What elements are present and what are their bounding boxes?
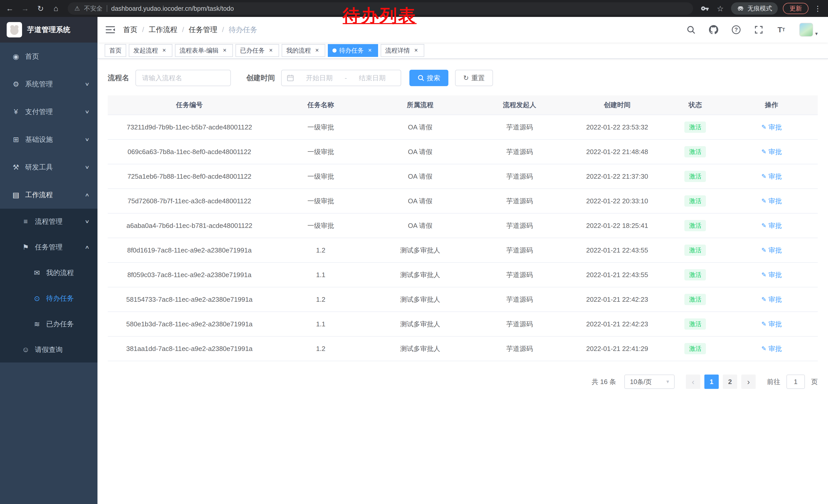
sidebar-item-workflow[interactable]: ▤工作流程∧ [0,181,97,209]
user-avatar[interactable]: ▾ [799,23,818,37]
tab-my-process[interactable]: 我的流程× [282,44,325,57]
page-button-1[interactable]: 1 [704,374,719,389]
breadcrumb-item[interactable]: 首页 [123,25,137,35]
cell-created-time: 2022-01-21 22:42:23 [569,287,665,312]
cell-task-name: 一级审批 [271,139,371,164]
approve-link[interactable]: ✎审批 [761,344,782,353]
process-name-input[interactable] [135,70,231,86]
tab-start-process[interactable]: 发起流程× [129,44,172,57]
range-separator: - [345,74,347,82]
sidebar-item-system-management[interactable]: ⚙系统管理∨ [0,70,97,98]
sidebar-toggle-button[interactable] [97,17,123,43]
breadcrumb-separator: / [222,26,224,34]
approve-link[interactable]: ✎审批 [761,320,782,329]
edit-icon: ✎ [761,320,767,328]
tab-process-detail[interactable]: 流程详情× [381,44,424,57]
password-key-icon[interactable] [697,2,713,15]
table-row: 069c6a63-7b8a-11ec-8ef0-acde48001122一级审批… [108,139,818,164]
page-size-select[interactable]: 10条/页 ▼ [624,374,675,389]
browser-forward-button[interactable]: → [17,2,33,15]
approve-label: 审批 [769,320,782,329]
status-badge: 激活 [685,195,706,207]
approve-link[interactable]: ✎审批 [761,197,782,205]
fullscreen-icon[interactable] [754,25,763,35]
prev-page-button[interactable]: ‹ [686,374,700,389]
main-area: 首页/工作流程/任务管理/待办任务 ? TT ▾ 首页发起 [97,17,828,504]
eye-off-icon: ≋ [32,320,42,328]
sidebar-item-infrastructure[interactable]: ⊞基础设施∨ [0,126,97,153]
sidebar-item-label: 流程管理 [35,217,63,226]
approve-link[interactable]: ✎审批 [761,246,782,255]
tab-home[interactable]: 首页 [105,44,126,57]
browser-reload-button[interactable]: ↻ [33,2,48,15]
tab-close-icon[interactable]: × [221,47,228,54]
page-numbers: 12 [704,374,737,389]
cell-task-id: 75d72608-7b7f-11ec-a3c8-acde48001122 [108,189,271,213]
approve-link[interactable]: ✎审批 [761,172,782,181]
bookmark-star-icon[interactable]: ☆ [713,2,728,15]
sidebar-item-todo-tasks[interactable]: ⊙待办任务 [0,286,97,311]
cell-process-name: 测试多审批人 [370,312,470,336]
tab-label: 首页 [109,46,122,55]
cell-task-id: 725a1eb6-7b88-11ec-8ef0-acde48001122 [108,164,271,189]
search-icon[interactable] [687,25,696,35]
table-row: 75d72608-7b7f-11ec-a3c8-acde48001122一级审批… [108,189,818,213]
reset-button[interactable]: ↻ 重置 [455,70,493,86]
page-button-2[interactable]: 2 [723,374,737,389]
cell-status: 激活 [665,263,726,287]
font-size-icon[interactable]: TT [777,25,786,35]
approve-link[interactable]: ✎审批 [761,295,782,304]
approve-label: 审批 [769,270,782,279]
column-header: 任务名称 [271,95,371,115]
tab-done-tasks[interactable]: 已办任务× [236,44,279,57]
approve-link[interactable]: ✎审批 [761,221,782,230]
cell-task-name: 一级审批 [271,115,371,139]
person-icon: ☺ [20,346,31,354]
sidebar-item-process-management[interactable]: ≡流程管理∨ [0,209,97,234]
security-label: 不安全 [84,4,102,12]
dashboard-icon: ◉ [11,52,21,61]
chevron-up-icon: ∧ [85,244,90,250]
tab-todo-tasks[interactable]: 待办任务× [328,44,378,57]
approve-link[interactable]: ✎审批 [761,123,782,132]
browser-menu-icon[interactable]: ⋮ [813,4,823,13]
breadcrumb-item[interactable]: 工作流程 [149,25,177,35]
tab-close-icon[interactable]: × [412,47,420,54]
breadcrumb-separator: / [182,26,184,34]
next-page-button[interactable]: › [741,374,756,389]
incognito-profile-chip[interactable]: 无痕模式 [731,2,778,15]
sidebar-item-task-management[interactable]: ⚑任务管理∧ [0,234,97,260]
sidebar-item-payment-management[interactable]: ¥支付管理∨ [0,98,97,126]
browser-update-button[interactable]: 更新 [783,3,809,14]
tab-close-icon[interactable]: × [366,47,373,54]
sidebar: 芋道管理系统 ◉首页⚙系统管理∨¥支付管理∨⊞基础设施∨⚒研发工具∨▤工作流程∧… [0,17,97,504]
status-badge: 激活 [685,122,706,133]
breadcrumb-item[interactable]: 任务管理 [189,25,217,35]
tab-close-icon[interactable]: × [161,47,168,54]
sidebar-item-done-tasks[interactable]: ≋已办任务 [0,311,97,337]
column-header: 操作 [726,95,818,115]
sidebar-item-home[interactable]: ◉首页 [0,43,97,70]
status-badge: 激活 [685,146,706,157]
status-badge: 激活 [685,343,706,354]
approve-link[interactable]: ✎审批 [761,147,782,156]
tab-close-icon[interactable]: × [267,47,275,54]
approve-link[interactable]: ✎审批 [761,270,782,279]
create-time-range-picker[interactable]: 开始日期 - 结束日期 [281,70,401,86]
app-logo[interactable]: 芋道管理系统 [0,17,97,43]
tab-close-icon[interactable]: × [314,47,321,54]
github-icon[interactable] [709,25,718,35]
tab-process-form-edit[interactable]: 流程表单-编辑× [175,44,233,57]
sidebar-item-label: 研发工具 [25,163,53,172]
cell-status: 激活 [665,139,726,164]
sidebar-item-my-process[interactable]: ✉我的流程 [0,260,97,286]
goto-page-input[interactable] [786,374,805,389]
help-icon[interactable]: ? [732,25,741,35]
browser-home-button[interactable]: ⌂ [48,2,64,15]
address-bar[interactable]: ⚠ 不安全 dashboard.yudao.iocoder.cn/bpm/tas… [68,2,693,15]
sidebar-item-leave-query[interactable]: ☺请假查询 [0,337,97,363]
search-button[interactable]: 搜索 [409,70,448,86]
sidebar-item-dev-tools[interactable]: ⚒研发工具∨ [0,153,97,181]
browser-back-button[interactable]: ← [2,2,17,15]
cell-action: ✎审批 [726,115,818,139]
